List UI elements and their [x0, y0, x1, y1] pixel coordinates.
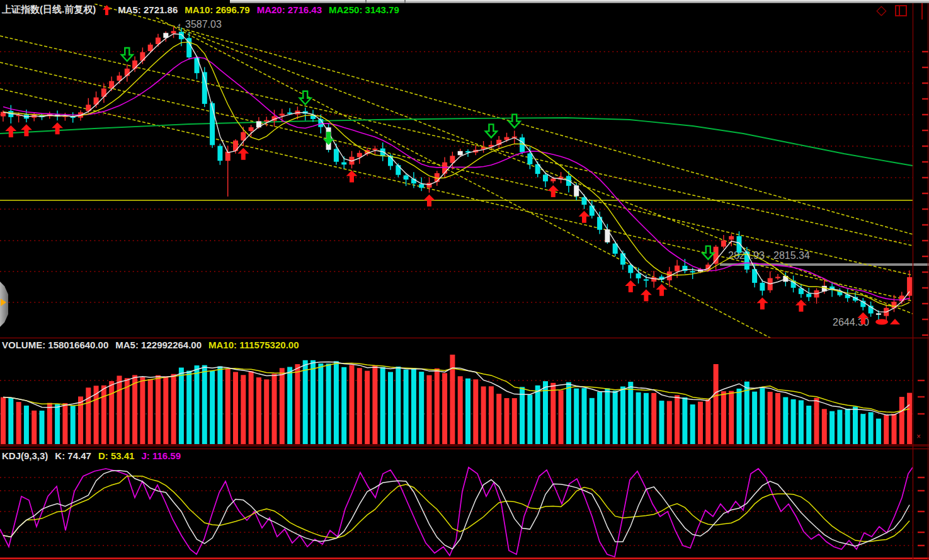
- main-chart-header: 上证指数(日线.前复权) MA5: 2721.86 MA10: 2696.79 …: [2, 4, 399, 16]
- volume-value: VOLUME: 158016640.00: [2, 340, 108, 350]
- volume-ma5-value: MA5: 122992264.00: [115, 340, 202, 350]
- strip-divider: [365, 0, 367, 3]
- volume-header: VOLUME: 158016640.00 MA5: 122992264.00 M…: [2, 340, 299, 350]
- chart-canvas[interactable]: f 3587.03 2823.93 - 2815.34 2644.30: [0, 0, 929, 560]
- up-arrow-icon: [103, 5, 111, 15]
- kdj-k-value: K: 74.47: [55, 450, 91, 461]
- volume-ma10-value: MA10: 111575320.00: [208, 340, 299, 350]
- strip-divider: [404, 0, 406, 3]
- diamond-icon[interactable]: ◇: [876, 2, 886, 18]
- window-edge-mark: [921, 3, 923, 20]
- trading-app-window: f 3587.03 2823.93 - 2815.34 2644.30 上证指数…: [0, 0, 929, 560]
- peak-price-label: 3587.03: [185, 19, 222, 30]
- instrument-title: 上证指数(日线.前复权): [2, 4, 96, 16]
- kdj-d-value: D: 53.41: [98, 450, 135, 461]
- window-icon-divider: [899, 6, 900, 15]
- kdj-header: KDJ(9,3,3) K: 74.47 D: 53.41 J: 116.59: [2, 450, 181, 461]
- ma250-value: MA250: 3143.79: [329, 4, 399, 15]
- axis-close-button[interactable]: ×: [916, 432, 921, 441]
- ma10-value: MA10: 2696.79: [185, 4, 249, 15]
- ma20-value: MA20: 2716.43: [257, 4, 322, 15]
- ma5-value: MA5: 2721.86: [118, 4, 178, 15]
- toolbar-edge-strip: [230, 0, 929, 3]
- window-layout-icon[interactable]: [895, 5, 907, 16]
- kdj-name: KDJ(9,3,3): [2, 450, 48, 461]
- expand-arrow-icon: [1, 299, 6, 306]
- peak-marker: f: [178, 23, 181, 30]
- kdj-j-value: J: 116.59: [141, 450, 181, 461]
